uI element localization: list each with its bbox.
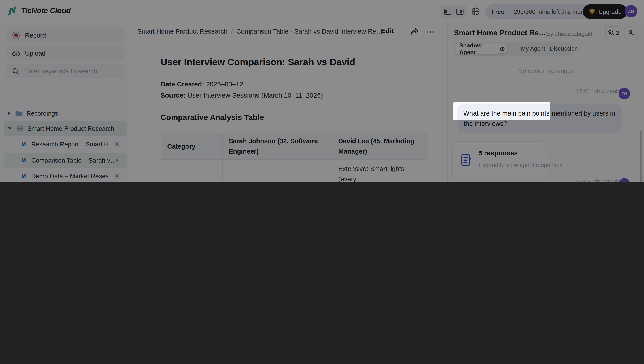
- app-window: TicNote Cloud Free 299/300 mins left thi…: [0, 0, 644, 182]
- highlighted-message-fragment: What are the main pain points mentioned …: [457, 104, 550, 120]
- highlight-box-pain-points: What are the main pain points mentioned …: [454, 102, 550, 120]
- dim-overlay: [0, 0, 644, 182]
